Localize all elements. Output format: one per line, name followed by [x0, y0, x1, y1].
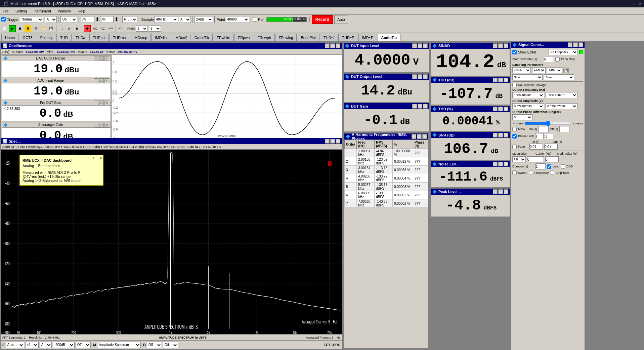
osc-close[interactable]: × — [336, 43, 340, 48]
noise-restore[interactable]: □ — [498, 162, 503, 166]
dut-gain-min[interactable]: ─ — [412, 104, 417, 109]
pre-dut-close[interactable]: × — [104, 101, 109, 105]
nil-select[interactable]: NIL — [122, 16, 137, 23]
spectrum-restore[interactable]: □ — [330, 139, 335, 144]
fade-out-input[interactable] — [544, 144, 558, 150]
zoom-in-icon[interactable]: 🔍 — [58, 25, 65, 32]
tab-oct3[interactable]: OCT3 — [19, 34, 36, 41]
post-trigger-spinner[interactable]: ⬍ — [114, 16, 119, 23]
nil-mod-select[interactable]: NIL — [512, 156, 526, 162]
menu-help[interactable]: Help — [76, 8, 87, 14]
save-icon[interactable]: 💾 — [48, 25, 54, 32]
ch-select-bottom[interactable]: A — [40, 342, 52, 348]
mask-checkbox[interactable] — [512, 127, 517, 131]
tab-imdccif[interactable]: IMDccif — [171, 34, 190, 41]
menu-file[interactable]: File — [1, 8, 10, 14]
sg-samplerate-select[interactable]: 48kHz — [512, 67, 531, 73]
off-input[interactable] — [559, 126, 569, 132]
thd-pct-close[interactable]: × — [504, 107, 508, 111]
peak-restore[interactable]: □ — [498, 189, 503, 194]
pre-trigger-spinner[interactable]: ⬍ — [95, 16, 99, 23]
menu-window[interactable]: Window — [56, 8, 72, 14]
tab-thdres[interactable]: THDres — [109, 34, 129, 41]
adc-minus[interactable]: ─ — [94, 78, 98, 83]
post-trigger-input[interactable] — [100, 16, 114, 23]
close-btn[interactable]: × — [639, 1, 641, 6]
autoranger-minus[interactable]: ─ — [94, 123, 98, 127]
dac-minus[interactable]: ─ — [94, 56, 98, 61]
amp-radio[interactable] — [550, 170, 554, 175]
sig-gen-min[interactable]: ─ — [568, 42, 572, 47]
pm1v-icon[interactable]: ±1V — [107, 25, 114, 32]
tab-imdp[interactable]: IMD~P — [358, 34, 377, 41]
minimize-btn[interactable]: ─ — [628, 1, 631, 6]
dut-gain-restore[interactable]: □ — [418, 104, 422, 109]
phase-lock-val2[interactable] — [545, 133, 553, 139]
folder-icon[interactable]: 📁 — [40, 25, 47, 32]
b-off-select[interactable]: Off — [147, 342, 162, 348]
amplitude-slider[interactable] — [524, 121, 571, 125]
snr-min[interactable]: ─ — [493, 133, 498, 138]
snr-close[interactable]: × — [504, 133, 508, 138]
osc-minimize[interactable]: ─ — [325, 43, 330, 48]
maximize-btn[interactable]: □ — [634, 1, 636, 6]
fade-checkbox[interactable] — [512, 145, 517, 149]
tab-thdf[interactable]: THD~f — [320, 34, 338, 41]
pre-dut-restore[interactable]: □ — [99, 101, 104, 105]
dac-close[interactable]: × — [104, 56, 109, 61]
phase-select[interactable]: 0 — [512, 114, 532, 120]
off-select[interactable]: Off — [76, 342, 91, 348]
roll-checkbox[interactable] — [253, 17, 257, 22]
on-input[interactable] — [539, 126, 549, 132]
dbrange-select[interactable]: -200dB — [53, 342, 75, 348]
menu-setting[interactable]: Setting — [14, 8, 28, 14]
f-auto-select[interactable]: Auto — [6, 342, 24, 348]
pre-dut-minus[interactable]: ─ — [94, 101, 98, 105]
peak-min[interactable]: ─ — [493, 189, 498, 194]
noise-close[interactable]: × — [504, 162, 508, 166]
spectrum-minimize[interactable]: ─ — [325, 139, 330, 144]
marker-a-icon[interactable]: A — [66, 25, 73, 32]
tab-thdp[interactable]: THD~P — [338, 34, 358, 41]
loop-checkbox[interactable] — [547, 164, 551, 169]
pm1v2-icon[interactable]: ±1V — [118, 25, 124, 32]
auto-button[interactable]: Auto — [334, 15, 348, 24]
ac-icon[interactable]: AC — [92, 25, 98, 32]
new-icon[interactable]: 📄 — [1, 25, 8, 32]
dut-input-min[interactable]: ─ — [412, 43, 417, 48]
probe-select[interactable]: 1 10 — [136, 26, 148, 32]
peak-close[interactable]: × — [504, 189, 508, 194]
dut-output-restore[interactable]: □ — [418, 74, 422, 79]
record-button[interactable]: Record — [312, 15, 333, 24]
loopback-select[interactable]: No Loopback — [549, 49, 578, 55]
spectrum-type-select[interactable]: Amplitude Spectrum — [97, 342, 141, 348]
trigger-ch-select[interactable]: A B — [45, 16, 57, 23]
pause-icon[interactable]: ⏸ — [25, 25, 31, 32]
pre-trigger-input[interactable] — [81, 16, 94, 23]
tab-frpwn[interactable]: FRpwn — [234, 34, 253, 41]
phase-lock-val1[interactable] — [535, 133, 544, 139]
scale-select[interactable]: ×1 — [25, 342, 39, 348]
autoranger-restore[interactable]: □ — [99, 123, 104, 127]
thd-db-min[interactable]: ─ — [493, 78, 498, 82]
harmonic-restore[interactable]: □ — [417, 134, 422, 139]
sg-channels-select[interactable]: A&B — [532, 67, 546, 73]
sweep-checkbox[interactable] — [512, 170, 517, 175]
dut-gain-close[interactable]: × — [423, 104, 428, 109]
carrier-input[interactable] — [527, 156, 544, 162]
trigger-mode-select[interactable]: Normal Auto Single — [20, 16, 43, 23]
show-editor-checkbox[interactable] — [512, 50, 517, 54]
tab-frswlog[interactable]: FRswlog — [275, 34, 297, 41]
trigger-checkbox[interactable] — [1, 17, 6, 22]
dds-checkbox[interactable] — [561, 164, 565, 169]
thd-pct-min[interactable]: ─ — [493, 107, 498, 111]
tab-bodeplot[interactable]: BodePlot — [297, 34, 319, 41]
tab-thd[interactable]: THD — [56, 34, 72, 41]
autoranger-close[interactable]: × — [104, 123, 109, 127]
duration-input[interactable] — [535, 163, 546, 169]
snr-restore[interactable]: □ — [498, 133, 503, 138]
stop-icon[interactable]: ⏹ — [17, 25, 24, 32]
dut-output-min[interactable]: ─ — [412, 74, 417, 79]
tab-frwhite[interactable]: FRwhite — [213, 34, 234, 41]
tab-thda[interactable]: THDa — [72, 34, 89, 41]
